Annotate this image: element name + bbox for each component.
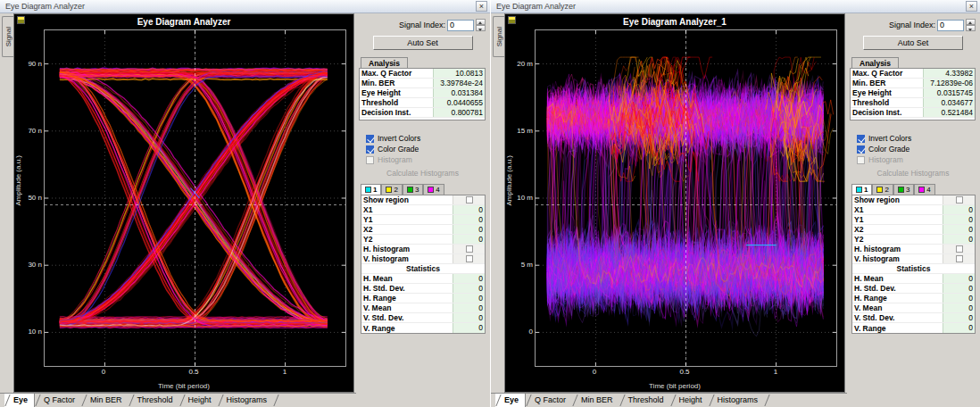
eye-plot-panel: Eye Diagram Analyzer 90 n 70 n 50 n 30 n…	[13, 13, 354, 393]
v-std-value: 0	[453, 313, 485, 322]
histogram-tab-3[interactable]: 3	[403, 184, 423, 195]
show-region-label: Show region	[361, 195, 453, 204]
signal-tab-label: Signal	[4, 27, 12, 46]
h-range-label: H. Range	[361, 294, 453, 303]
invert-colors-checkbox[interactable]	[857, 135, 865, 143]
tab-analysis[interactable]: Analysis	[361, 57, 408, 68]
metric-value: 3.39784e-24	[433, 79, 485, 87]
show-region-checkbox[interactable]	[956, 196, 963, 204]
histogram-tab-label: 4	[926, 186, 930, 194]
h-histogram-checkbox	[466, 245, 473, 253]
invert-colors-label: Invert Colors	[868, 134, 911, 143]
window-content: Signal Eye Diagram Analyzer_1 20 m 15 m …	[491, 13, 980, 407]
spin-down-button[interactable]	[966, 25, 976, 31]
y-tick-label: 90 n	[21, 60, 42, 68]
eye-diagram-canvas[interactable]	[44, 29, 346, 367]
spin-up-button[interactable]	[966, 19, 976, 25]
window-titlebar[interactable]: Eye Diagram Analyzer ×	[0, 0, 490, 13]
tab-min-ber[interactable]: Min BER	[572, 394, 619, 407]
tab-histograms[interactable]: Histograms	[709, 394, 765, 407]
histogram-tab-4[interactable]: 4	[914, 184, 934, 195]
tab-eye[interactable]: Eye	[495, 394, 526, 407]
color-grade-checkbox[interactable]	[857, 145, 865, 154]
statistics-header: Statistics	[852, 264, 975, 273]
eye-diagram-canvas[interactable]	[535, 29, 837, 367]
table-row: Max. Q Factor 4.33982	[851, 69, 975, 79]
histogram-tab-label: 4	[436, 186, 439, 194]
h-histogram-label: H. histogram	[361, 245, 453, 253]
tab-eye[interactable]: Eye	[4, 394, 35, 407]
show-region-checkbox[interactable]	[466, 196, 473, 204]
auto-set-button[interactable]: Auto Set	[373, 36, 473, 50]
table-row: X1 0	[852, 205, 975, 215]
table-row: V. Std. Dev. 0	[361, 313, 485, 323]
y1-value: 0	[943, 215, 975, 224]
tab-height[interactable]: Height	[179, 394, 218, 407]
signal-index-value[interactable]: 0	[447, 20, 474, 31]
signal-tab-label: Signal	[495, 27, 503, 46]
auto-set-button[interactable]: Auto Set	[863, 36, 963, 50]
metric-label: Min. BER	[851, 79, 923, 87]
x2-label: X2	[361, 225, 453, 234]
histogram-tab-3[interactable]: 3	[893, 184, 914, 195]
control-panel: Signal Index: 0 Auto Set Analysis Max. Q…	[356, 13, 490, 407]
h-range-label: H. Range	[852, 294, 943, 303]
metric-value: 7.12839e-06	[923, 79, 975, 87]
v-histogram-cell	[453, 254, 485, 263]
table-row: V. histogram	[361, 254, 485, 264]
spin-down-button[interactable]	[476, 25, 486, 31]
v-std-label: V. Std. Dev.	[361, 313, 453, 322]
close-icon[interactable]: ×	[476, 1, 487, 12]
h-mean-label: H. Mean	[852, 274, 943, 283]
table-row: H. histogram	[852, 245, 975, 254]
histogram-tab-2[interactable]: 2	[872, 184, 893, 195]
invert-colors-checkbox[interactable]	[366, 135, 374, 143]
table-row: Threshold 0.034677	[851, 98, 975, 108]
tab-threshold[interactable]: Threshold	[129, 394, 179, 407]
table-row: Min. BER 3.39784e-24	[360, 79, 485, 88]
tab-strip-end	[764, 394, 775, 407]
tab-q-factor[interactable]: Q Factor	[35, 394, 81, 407]
v-mean-value: 0	[943, 303, 975, 312]
v-mean-label: V. Mean	[852, 303, 943, 312]
histogram-tab-2[interactable]: 2	[381, 184, 402, 195]
calculate-histograms-button: Calculate Histograms	[359, 169, 486, 178]
green-swatch-icon	[898, 187, 904, 193]
color-grade-checkbox[interactable]	[366, 145, 374, 154]
table-row: Y2 0	[852, 235, 975, 245]
tab-analysis[interactable]: Analysis	[851, 57, 899, 68]
tab-height[interactable]: Height	[670, 394, 709, 407]
tab-signal[interactable]: Signal	[493, 16, 504, 57]
plot-zone: Signal Eye Diagram Analyzer_1 20 m 15 m …	[491, 13, 847, 393]
display-options: Invert Colors Color Grade Histogram	[857, 133, 976, 165]
x2-value: 0	[453, 225, 485, 234]
spin-up-button[interactable]	[476, 19, 486, 25]
y-tick-label: 20 m	[512, 60, 533, 68]
tab-histograms[interactable]: Histograms	[218, 394, 274, 407]
bottom-tab-strip: Eye Q Factor Min BER Threshold Height Hi…	[0, 393, 356, 407]
histogram-tab-4[interactable]: 4	[423, 184, 444, 195]
table-row: Show region	[361, 195, 485, 205]
close-icon[interactable]: ×	[966, 1, 977, 12]
signal-index-label: Signal Index:	[889, 21, 935, 29]
histogram-checkbox	[366, 156, 374, 164]
v-mean-label: V. Mean	[361, 303, 453, 312]
signal-index-value[interactable]: 0	[937, 20, 964, 31]
plot-title: Eye Diagram Analyzer_1	[505, 17, 844, 27]
table-row: H. Std. Dev. 0	[852, 284, 975, 294]
y-tick-label: 30 n	[21, 261, 42, 269]
tab-q-factor[interactable]: Q Factor	[526, 394, 572, 407]
table-row: V. Range 0	[361, 323, 485, 333]
histogram-tab-1[interactable]: 1	[361, 184, 381, 195]
tab-signal[interactable]: Signal	[2, 16, 13, 57]
x-tick-label: 0	[94, 368, 113, 376]
window-titlebar[interactable]: Eye Diagram Analyzer ×	[491, 0, 980, 13]
v-std-label: V. Std. Dev.	[852, 313, 943, 322]
tab-threshold[interactable]: Threshold	[619, 394, 670, 407]
tab-min-ber[interactable]: Min BER	[81, 394, 129, 407]
histogram-option: Histogram	[857, 154, 976, 165]
green-swatch-icon	[407, 187, 413, 193]
table-row: Show region	[852, 195, 975, 205]
x2-label: X2	[852, 225, 943, 234]
histogram-tab-1[interactable]: 1	[851, 184, 872, 195]
